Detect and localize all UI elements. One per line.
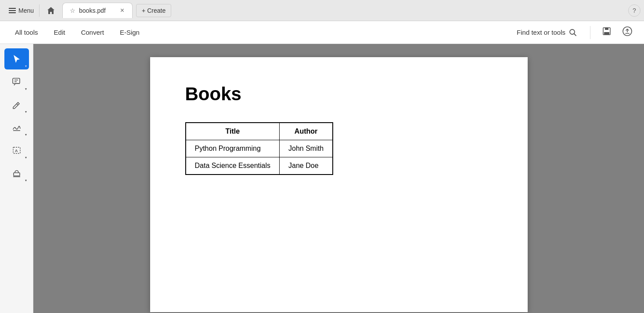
plus-icon: + <box>142 7 145 14</box>
upload-button[interactable] <box>619 23 635 41</box>
save-button[interactable] <box>599 24 614 41</box>
toolbar-right: Find text or tools <box>512 23 635 41</box>
pdf-document-title: Books <box>185 84 493 105</box>
pencil-icon <box>12 100 22 109</box>
esign-button[interactable]: E-Sign <box>114 25 146 40</box>
svg-rect-6 <box>13 78 20 84</box>
toolbar: All tools Edit Convert E-Sign Find text … <box>0 21 644 44</box>
save-icon <box>602 26 612 36</box>
tab-bar: ☆ books.pdf × + Create <box>62 3 625 18</box>
books-table: Title Author Python Programming John Smi… <box>185 122 334 175</box>
help-button[interactable]: ? <box>628 4 640 17</box>
tab-star-icon: ☆ <box>70 7 76 14</box>
sidebar: ▾ ▾ ▾ ▾ <box>0 44 33 313</box>
home-button[interactable] <box>43 3 59 18</box>
text-select-icon: A <box>12 146 22 155</box>
stamp-tool[interactable]: ▾ <box>4 163 29 184</box>
help-icon: ? <box>633 7 636 14</box>
select-tool[interactable]: ▾ <box>4 48 29 69</box>
annotate-tool[interactable]: ▾ <box>4 94 29 115</box>
edit-button[interactable]: Edit <box>48 25 72 40</box>
menu-button[interactable]: Menu <box>4 4 40 17</box>
create-label: Create <box>147 7 165 14</box>
search-icon <box>569 29 577 36</box>
svg-rect-4 <box>604 32 609 35</box>
signature-tool[interactable]: ▾ <box>4 117 29 138</box>
svg-text:A: A <box>15 149 18 153</box>
home-icon <box>47 6 55 15</box>
pdf-page: Books Title Author Python Programming Jo… <box>150 57 528 312</box>
table-row: Data Science Essentials Jane Doe <box>186 157 333 175</box>
signature-icon <box>12 123 22 132</box>
cursor-icon <box>12 54 22 64</box>
toolbar-divider <box>590 26 590 39</box>
table-cell-title-2: Data Science Essentials <box>186 157 280 175</box>
text-select-tool[interactable]: A ▾ <box>4 140 29 161</box>
find-label: Find text or tools <box>517 29 565 36</box>
table-cell-author-1: John Smith <box>280 140 333 157</box>
main-area: ▾ ▾ ▾ ▾ <box>0 44 644 313</box>
all-tools-button[interactable]: All tools <box>9 25 44 40</box>
tab-title: books.pdf <box>79 7 106 14</box>
pdf-viewer[interactable]: Books Title Author Python Programming Jo… <box>33 44 644 313</box>
hamburger-icon <box>9 8 16 13</box>
svg-line-9 <box>17 104 18 105</box>
table-cell-title-1: Python Programming <box>186 140 280 157</box>
table-header-author: Author <box>280 123 333 140</box>
table-row: Python Programming John Smith <box>186 140 333 157</box>
svg-line-1 <box>574 33 576 36</box>
browser-bar: Menu ☆ books.pdf × + Create ? <box>0 0 644 21</box>
upload-icon <box>622 26 633 36</box>
tab-close-button[interactable]: × <box>119 7 125 15</box>
comment-tool[interactable]: ▾ <box>4 71 29 92</box>
svg-rect-3 <box>605 28 608 30</box>
table-header-title: Title <box>186 123 280 140</box>
table-cell-author-2: Jane Doe <box>280 157 333 175</box>
convert-button[interactable]: Convert <box>75 25 110 40</box>
find-tools-button[interactable]: Find text or tools <box>512 26 581 39</box>
stamp-icon <box>12 168 22 178</box>
menu-label: Menu <box>18 7 34 14</box>
create-button[interactable]: + Create <box>136 4 171 17</box>
svg-rect-13 <box>14 173 20 176</box>
comment-icon <box>12 77 22 87</box>
pdf-tab[interactable]: ☆ books.pdf × <box>62 3 133 18</box>
